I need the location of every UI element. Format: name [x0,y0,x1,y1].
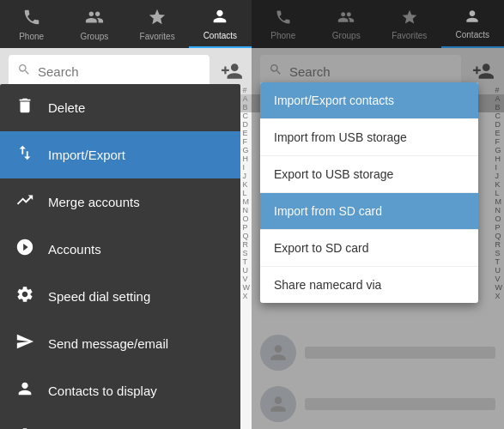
menu-item-contacts-display[interactable]: Contacts to display [0,367,240,414]
merge-icon [14,190,36,214]
popup-item-export-usb[interactable]: Export to USB storage [260,156,478,193]
speed-dial-icon [14,285,36,308]
left-dropdown-menu: Delete Import/Export Merge accounts Acco… [0,84,240,429]
menu-item-delete-label: Delete [48,100,85,115]
menu-item-contacts-display-label: Contacts to display [48,384,157,398]
menu-item-merge-accounts-label: Merge accounts [48,195,140,209]
delete-icon [14,96,36,119]
menu-item-speed-dial-label: Speed dial setting [48,289,150,304]
menu-item-import-export-label: Import/Export [48,148,125,162]
menu-item-accounts-label: Accounts [48,242,101,257]
menu-item-speed-dial[interactable]: Speed dial setting [0,273,240,320]
menu-item-delete[interactable]: Delete [0,84,240,131]
left-search-bar [9,55,209,88]
groups-icon [85,8,104,29]
left-tab-groups[interactable]: Groups [63,0,125,48]
import-export-popup: Import/Export contacts Import from USB s… [260,82,478,303]
contacts-display-icon [14,379,36,402]
left-panel: Phone Groups Favorites Contacts [0,0,252,429]
left-tab-contacts-label: Contacts [203,31,237,40]
phone-icon [22,8,41,29]
left-alphabet-sidebar: # A B C D E F G H I J K L M N O P Q R S … [241,84,252,302]
popup-item-share-namecard[interactable]: Share namecard via [260,267,478,303]
popup-item-export-sd[interactable]: Export to SD card [260,230,478,267]
left-search-icon [17,63,31,80]
left-search-input[interactable] [38,64,201,79]
left-add-contact-button[interactable] [216,56,246,87]
menu-item-settings[interactable]: Settings [0,414,240,429]
favorites-icon [148,8,167,29]
left-tab-contacts[interactable]: Contacts [189,0,252,48]
menu-item-send-message-label: Send message/email [48,336,168,351]
import-export-icon [14,143,36,166]
left-tab-bar: Phone Groups Favorites Contacts [0,0,252,48]
popup-item-import-export-contacts[interactable]: Import/Export contacts [260,82,478,119]
menu-item-import-export[interactable]: Import/Export [0,131,240,178]
popup-item-import-sd[interactable]: Import from SD card [260,193,478,230]
menu-item-accounts[interactable]: Accounts [0,226,240,273]
left-tab-favorites[interactable]: Favorites [126,0,189,48]
contacts-icon [210,7,229,28]
left-tab-groups-label: Groups [80,32,108,41]
send-message-icon [14,332,36,355]
left-tab-phone-label: Phone [19,32,44,41]
accounts-icon [14,238,36,261]
popup-item-import-usb[interactable]: Import from USB storage [260,119,478,156]
left-tab-phone[interactable]: Phone [0,0,63,48]
right-panel: Phone Groups Favorites Contacts [252,0,504,429]
menu-item-send-message[interactable]: Send message/email [0,320,240,367]
left-tab-favorites-label: Favorites [140,32,175,41]
menu-item-merge-accounts[interactable]: Merge accounts [0,178,240,226]
